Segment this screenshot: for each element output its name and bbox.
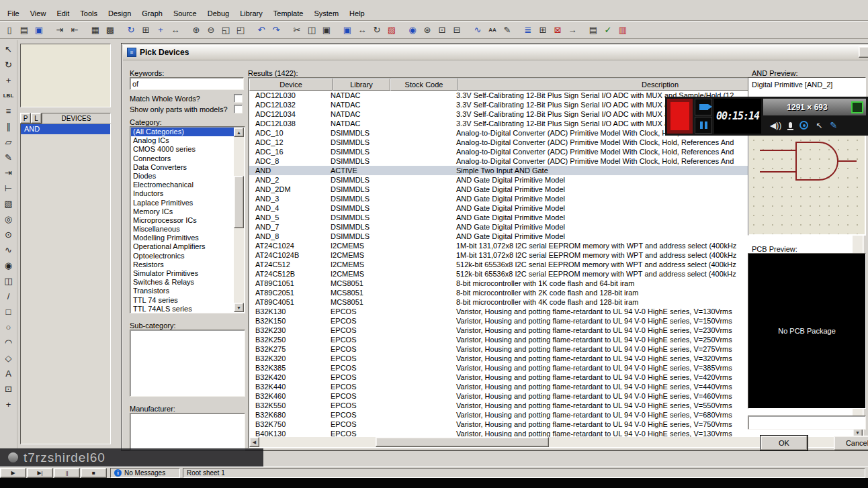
2d-text-icon[interactable]: A	[1, 367, 16, 381]
property-assignment-icon[interactable]: ✎	[500, 22, 515, 37]
packaging-tool-icon[interactable]: ⊡	[435, 22, 449, 37]
wire-label-icon[interactable]: LBL	[1, 89, 16, 103]
virtual-instrument-icon[interactable]: ◫	[1, 274, 16, 288]
block-rotate-icon[interactable]: ↻	[370, 22, 384, 37]
decompose-icon[interactable]: ⊟	[449, 22, 464, 37]
menu-item[interactable]: Edit	[51, 7, 75, 19]
cursor-icon[interactable]: ↖	[816, 121, 822, 130]
dialog-close-button[interactable]	[859, 46, 868, 58]
selection-pointer-icon[interactable]: ↖	[1, 42, 16, 56]
open-design-icon[interactable]: ▤	[17, 22, 32, 37]
pause-button[interactable]: ||	[54, 468, 80, 478]
subcircuit-icon[interactable]: ▱	[1, 135, 16, 149]
cut-icon[interactable]: ✂	[290, 22, 304, 37]
make-device-icon[interactable]: ⊛	[420, 22, 435, 37]
junction-dot-icon[interactable]: +	[1, 73, 16, 87]
menu-item[interactable]: System	[308, 7, 344, 19]
goto-sheet-icon[interactable]: →	[565, 22, 580, 37]
category-item[interactable]: (All Categories)	[131, 128, 234, 136]
column-header[interactable]: Library	[333, 79, 390, 91]
category-item[interactable]: Switches & Relays	[131, 278, 234, 287]
category-items[interactable]: (All Categories)Analog ICsCMOS 4000 seri…	[131, 128, 234, 312]
menu-item[interactable]: File	[2, 7, 25, 19]
zoom-area-icon[interactable]: ◱	[218, 22, 233, 37]
menu-item[interactable]: Tools	[75, 7, 103, 19]
device-list-item[interactable]: AND	[21, 124, 110, 134]
refresh-icon[interactable]: ↻	[1, 58, 16, 72]
copy-icon[interactable]: ◫	[304, 22, 319, 37]
library-manager-button[interactable]: L	[31, 113, 42, 124]
paste-icon[interactable]: ▣	[319, 22, 334, 37]
scroll-down-icon[interactable]: ▼	[234, 303, 244, 312]
netlist-transfer-icon[interactable]: ▥	[615, 22, 630, 37]
cancel-button[interactable]: Cancel	[834, 436, 868, 450]
category-item[interactable]: Modelling Primitives	[131, 234, 234, 242]
save-design-icon[interactable]: ▣	[32, 22, 46, 37]
export-section-icon[interactable]: ⇤	[67, 22, 82, 37]
scroll-up-icon[interactable]: ▲	[234, 128, 244, 137]
2d-path-icon[interactable]: ◇	[1, 351, 16, 365]
category-item[interactable]: Transistors	[131, 287, 234, 295]
block-delete-icon[interactable]: ▨	[384, 22, 399, 37]
scroll-thumb[interactable]	[376, 437, 549, 447]
subcategory-listbox[interactable]	[130, 330, 245, 397]
generator-icon[interactable]: ⊙	[1, 228, 16, 242]
remove-sheet-icon[interactable]: ⊠	[550, 22, 565, 37]
2d-line-icon[interactable]: /	[1, 289, 16, 303]
package-combo[interactable]	[748, 416, 866, 430]
menu-item[interactable]: Debug	[202, 7, 234, 19]
device-pin-icon[interactable]: ⊢	[1, 181, 16, 195]
new-design-icon[interactable]: ▯	[2, 22, 17, 37]
bill-of-materials-icon[interactable]: ▤	[586, 22, 601, 37]
zoom-all-icon[interactable]: ◰	[233, 22, 248, 37]
text-script-icon[interactable]: ≡	[1, 104, 16, 118]
record-button[interactable]	[667, 99, 693, 134]
design-explorer-icon[interactable]: ≣	[521, 22, 535, 37]
category-item[interactable]: Miscellaneous	[131, 225, 234, 234]
category-item[interactable]: Optoelectronics	[131, 252, 234, 260]
webcam-icon[interactable]	[799, 121, 808, 130]
voltage-probe-icon[interactable]: ∿	[1, 243, 16, 257]
toggle-grid-icon[interactable]: ⊞	[138, 22, 153, 37]
category-item[interactable]: Connectors	[131, 154, 234, 163]
category-item[interactable]: Resistors	[131, 260, 234, 269]
terminal-icon[interactable]: ⇥	[1, 166, 16, 180]
menu-item[interactable]: Library	[234, 7, 268, 19]
region-select-button[interactable]	[851, 101, 863, 113]
pick-devices-button[interactable]: P	[20, 113, 31, 124]
category-item[interactable]: Microprocessor ICs	[131, 216, 234, 225]
category-item[interactable]: CMOS 4000 series	[131, 145, 234, 154]
wire-autorouter-icon[interactable]: ∿	[470, 22, 485, 37]
2d-circle-icon[interactable]: ○	[1, 320, 16, 334]
origin-icon[interactable]: +	[153, 22, 168, 37]
pencil-icon[interactable]: ✎	[830, 120, 837, 130]
category-item[interactable]: Analog ICs	[131, 136, 234, 145]
category-item[interactable]: Diodes	[131, 172, 234, 181]
menu-item[interactable]: Help	[344, 7, 370, 19]
2d-symbol-icon[interactable]: ⊡	[1, 382, 16, 396]
category-item[interactable]: TTL 74 series	[131, 296, 234, 305]
search-tag-icon[interactable]: AA	[485, 22, 500, 37]
instant-edit-icon[interactable]: ✎	[1, 150, 16, 164]
electrical-rule-check-icon[interactable]: ✓	[601, 22, 615, 37]
camera-button[interactable]	[695, 99, 712, 115]
category-item[interactable]: TTL 74ALS series	[131, 305, 234, 312]
column-header[interactable]: Stock Code	[390, 79, 458, 91]
stop-button[interactable]: ■	[81, 468, 107, 478]
column-header[interactable]: Device	[249, 79, 333, 91]
block-copy-icon[interactable]: ▣	[340, 22, 355, 37]
category-item[interactable]: Memory ICs	[131, 207, 234, 216]
print-icon[interactable]: ▦	[88, 22, 103, 37]
pause-recording-button[interactable]	[695, 117, 712, 134]
pan-icon[interactable]: ↔	[168, 22, 183, 37]
category-item[interactable]: Data Converters	[131, 163, 234, 172]
tape-recorder-icon[interactable]: ◎	[1, 212, 16, 226]
scroll-left-icon[interactable]: ◀	[249, 437, 259, 447]
2d-box-icon[interactable]: □	[1, 305, 16, 319]
device-list[interactable]: AND	[20, 124, 111, 444]
menu-item[interactable]: Template	[268, 7, 309, 19]
show-only-models-checkbox[interactable]	[234, 105, 243, 113]
category-item[interactable]: Inductors	[131, 189, 234, 198]
zoom-out-icon[interactable]: ⊖	[204, 22, 218, 37]
redo-icon[interactable]: ↷	[269, 22, 284, 37]
